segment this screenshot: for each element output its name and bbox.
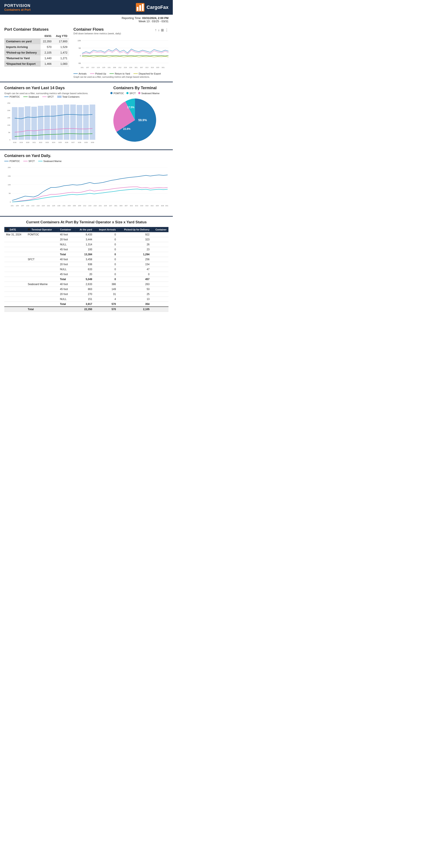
flows-up-icon[interactable]: ↑ — [155, 28, 157, 32]
svg-text:1/19: 1/19 — [97, 67, 100, 68]
col-header-label — [4, 33, 41, 39]
cell-extra — [151, 297, 168, 302]
svg-rect-44 — [31, 107, 37, 140]
svg-text:3/18: 3/18 — [13, 142, 17, 144]
cell-pickup: 26 — [118, 242, 151, 247]
table-title: Current Containers At Port By Terminal O… — [4, 220, 168, 224]
cell-arrivals: 4 — [94, 297, 118, 302]
header-branding: PORTVISION Containers at Port — [4, 3, 30, 11]
status-label: *Picked-up for Delivery — [4, 50, 41, 56]
cell-date — [4, 257, 26, 262]
cell-operator — [26, 302, 58, 307]
flows-menu-icon[interactable]: ⋮ — [165, 28, 168, 32]
svg-text:2/06: 2/06 — [73, 205, 76, 207]
svg-text:1/07: 1/07 — [86, 67, 89, 68]
cell-arrivals: 149 — [94, 287, 118, 292]
port-statuses-panel: Port Container Statuses 03/31 Avg YTD Co… — [4, 27, 69, 78]
cell-yard: 5,049 — [75, 277, 94, 282]
svg-text:3/19: 3/19 — [151, 67, 154, 68]
status-avg-val: 17,900 — [53, 39, 69, 44]
status-label: *Dispached for Export — [4, 61, 41, 67]
cell-operator — [26, 237, 58, 242]
cell-operator — [26, 262, 58, 267]
flows-chart-icon[interactable]: ⊞ — [161, 28, 164, 32]
svg-text:-5K: -5K — [78, 62, 81, 64]
svg-text:3/07: 3/07 — [125, 205, 128, 207]
flows-title: Container Flows — [73, 27, 121, 32]
data-table: DATE Terminal Operator Container At the … — [4, 227, 168, 312]
cell-extra — [151, 247, 168, 252]
yard-14days-panel: Containers on Yard Last 14 Days Graph ca… — [4, 86, 97, 146]
section-yard-terminal: Containers on Yard Last 14 Days Graph ca… — [0, 82, 173, 150]
col-arrivals-header: Import Arrivals — [94, 227, 118, 232]
cell-container: Total — [58, 277, 75, 282]
svg-text:1/01: 1/01 — [81, 67, 84, 68]
table-row: 20 foot 938 0 154 — [4, 262, 168, 267]
cell-arrivals: 0 — [94, 252, 118, 257]
cell-arrivals: 0 — [94, 267, 118, 272]
cell-container: 20 foot — [58, 262, 75, 267]
statuses-title: Port Container Statuses — [4, 27, 69, 32]
cell-container: 20 foot — [58, 237, 75, 242]
svg-rect-1 — [137, 7, 138, 11]
terminal-col-icon — [28, 228, 30, 230]
yard-title: Containers on Yard Last 14 Days — [4, 86, 97, 90]
flows-down-icon[interactable]: ↓ — [158, 28, 160, 32]
cell-extra — [151, 242, 168, 247]
svg-text:1/13: 1/13 — [31, 205, 34, 207]
cell-extra — [151, 307, 168, 312]
svg-text:1/28: 1/28 — [57, 205, 60, 207]
table-row: 20 foot 3,444 0 323 — [4, 237, 168, 242]
svg-rect-52 — [83, 105, 89, 140]
cell-operator — [26, 277, 58, 282]
section-main-table: Current Containers At Port By Terminal O… — [0, 216, 173, 315]
svg-text:2/18: 2/18 — [94, 205, 97, 207]
table-row: NULL 151 4 13 — [4, 297, 168, 302]
cell-operator: POMTOC — [26, 232, 58, 237]
terminal-title: Containers By Terminal — [101, 86, 168, 90]
svg-text:3/04: 3/04 — [119, 205, 122, 207]
cell-operator — [26, 247, 58, 252]
table-row: Total 3,917 570 354 — [4, 302, 168, 307]
col-header-date: 03/31 — [41, 33, 53, 39]
cell-container: 45 foot — [58, 287, 75, 292]
svg-text:2/27: 2/27 — [109, 205, 112, 207]
svg-text:0: 0 — [9, 139, 10, 141]
svg-text:3/28: 3/28 — [78, 142, 81, 144]
statuses-row: *Returned to Yard 1,440 1,271 — [4, 56, 69, 61]
cell-yard: 151 — [75, 297, 94, 302]
cell-container: NULL — [58, 297, 75, 302]
cell-container: Total — [58, 302, 75, 307]
app-subtitle: Containers at Port — [4, 8, 30, 11]
svg-rect-51 — [77, 105, 82, 140]
cell-container: 40 foot — [58, 282, 75, 287]
flows-note: Graph can be used as a filter, surroundi… — [73, 76, 168, 78]
cell-pickup: 1,294 — [118, 252, 151, 257]
svg-rect-49 — [64, 104, 69, 140]
svg-text:0: 0 — [80, 55, 81, 57]
svg-text:5K: 5K — [9, 192, 11, 194]
svg-rect-53 — [90, 104, 95, 140]
svg-text:1/31: 1/31 — [62, 205, 65, 207]
cell-arrivals: 31 — [94, 292, 118, 297]
section-statuses-flows: Port Container Statuses 03/31 Avg YTD Co… — [0, 24, 173, 82]
cell-yard: 2,633 — [75, 282, 94, 287]
cell-date — [4, 267, 26, 272]
svg-text:59.9%: 59.9% — [138, 118, 147, 122]
svg-text:3/24: 3/24 — [52, 142, 55, 144]
svg-rect-2 — [139, 5, 141, 11]
svg-text:3/22: 3/22 — [39, 142, 42, 144]
svg-text:3/16: 3/16 — [140, 205, 143, 207]
reporting-week: Week 13 : 03/25 - 03/31 — [138, 20, 168, 23]
terminal-pie-panel: Containers By Terminal POMTOC SFCT Seabo… — [101, 86, 168, 146]
cell-arrivals: 0 — [94, 262, 118, 267]
col-pickup-header: Picked-Up for Delivery — [118, 227, 151, 232]
cell-container: 20 foot — [58, 292, 75, 297]
table-row: Total 22,350 570 2,105 — [4, 307, 168, 312]
cell-arrivals: 0 — [94, 242, 118, 247]
statuses-row: Imports Arriving 570 1,529 — [4, 44, 69, 50]
cell-pickup: 922 — [118, 232, 151, 237]
section-daily-chart: Containers on Yard Daily. POMTOC SFCT Se… — [0, 150, 173, 216]
cell-arrivals: 0 — [94, 277, 118, 282]
svg-text:3/01: 3/01 — [114, 205, 117, 207]
